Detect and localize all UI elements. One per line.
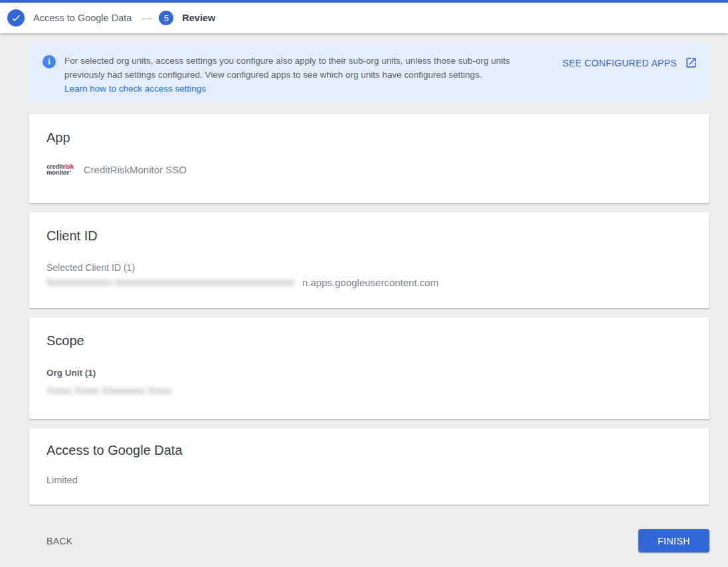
step-label-access-to-google-data: Access to Google Data (33, 13, 132, 23)
open-in-new-icon (685, 56, 697, 69)
org-unit-label: Org Unit (1) (46, 368, 692, 378)
logo-word-monitor: monitor’ (46, 169, 74, 175)
page-content: i For selected org units, access setting… (0, 33, 728, 552)
creditriskmonitor-logo: creditrisk monitor’ (46, 163, 74, 175)
stepper-step-access-to-google-data[interactable]: Access to Google Data (7, 9, 132, 27)
scope-card-title: Scope (46, 332, 692, 349)
scope-card: Scope Org Unit (1) Xxxxx Xxxxx Xxxxxxxxx… (29, 317, 709, 419)
client-id-redacted: 5xxxxxxxxxxxx-xxxxxxxxxxxxxxxxxxxxxxxxxx… (46, 276, 302, 288)
footer-actions: BACK FINISH (29, 529, 709, 552)
info-icon: i (43, 55, 56, 68)
finish-button[interactable]: FINISH (638, 529, 709, 552)
app-card-title: App (46, 129, 692, 146)
see-configured-apps-label: SEE CONFIGURED APPS (563, 58, 677, 68)
access-value: Limited (46, 475, 692, 485)
org-unit-value: Xxxxx Xxxxx Xxxxxxxxx Xxxxx (46, 384, 692, 396)
client-id-card: Client ID Selected Client ID (1) 5xxxxxx… (29, 212, 709, 308)
see-configured-apps-button[interactable]: SEE CONFIGURED APPS (563, 56, 697, 69)
org-unit-redacted: Xxxxx Xxxxx Xxxxxxxxx Xxxxx (46, 385, 178, 396)
client-id-card-title: Client ID (46, 227, 692, 244)
selected-client-id-label: Selected Client ID (1) (46, 262, 692, 273)
client-id-suffix: n.apps.googleusercontent.com (302, 277, 438, 288)
step-number-badge: 5 (159, 11, 173, 25)
step-separator: — (142, 13, 151, 23)
app-row: creditrisk monitor’ CreditRiskMonitor SS… (46, 163, 692, 175)
back-button[interactable]: BACK (46, 536, 72, 546)
access-card: Access to Google Data Limited (29, 428, 709, 505)
info-banner: i For selected org units, access setting… (29, 42, 709, 101)
client-id-value: 5xxxxxxxxxxxx-xxxxxxxxxxxxxxxxxxxxxxxxxx… (46, 276, 692, 288)
info-banner-message: For selected org units, access settings … (64, 56, 510, 80)
app-card: App creditrisk monitor’ CreditRiskMonito… (29, 114, 709, 203)
step-label-review: Review (182, 13, 215, 23)
stepper-header: Access to Google Data — 5 Review (0, 3, 728, 33)
access-card-title: Access to Google Data (46, 442, 692, 459)
step-completed-check-icon (7, 9, 25, 27)
info-banner-text: For selected org units, access settings … (64, 54, 537, 96)
stepper-step-review[interactable]: 5 Review (159, 11, 215, 25)
learn-how-link[interactable]: Learn how to check access settings (64, 82, 206, 96)
app-name: CreditRiskMonitor SSO (84, 164, 187, 175)
